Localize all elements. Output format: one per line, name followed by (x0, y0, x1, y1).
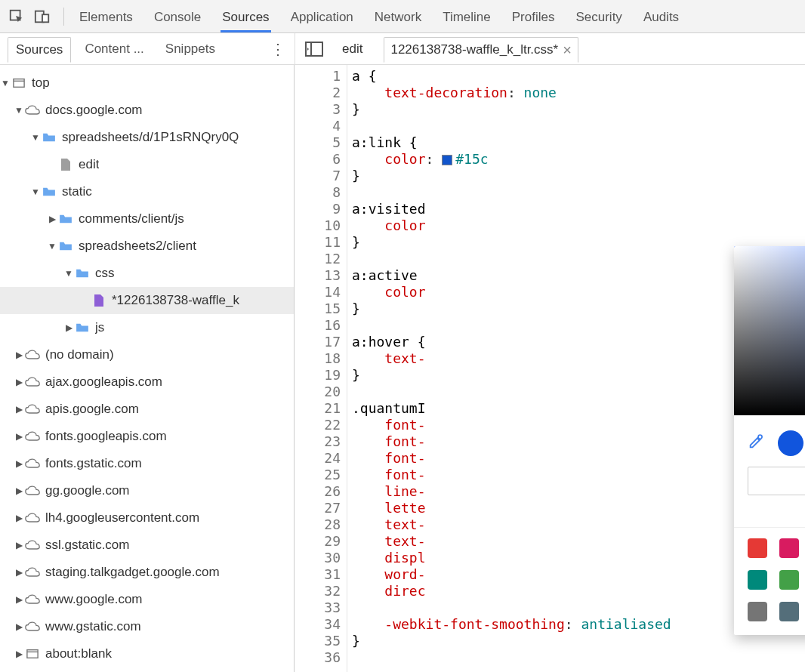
code-line[interactable]: } (352, 633, 805, 649)
tree-row[interactable]: fonts.googleapis.com (0, 423, 294, 450)
tree-row[interactable]: ssl.gstatic.com (0, 532, 294, 559)
tree-row[interactable]: about:blank (0, 640, 294, 667)
chevron-right-icon[interactable] (14, 404, 24, 415)
tree-row[interactable]: static (0, 178, 294, 205)
chevron-right-icon[interactable] (47, 214, 57, 224)
tree-row[interactable]: www.google.com (0, 586, 294, 613)
chevron-down-icon[interactable] (63, 268, 74, 279)
cloud-icon (24, 350, 41, 360)
tree-node-label: *1226138738-waffle_k (112, 293, 239, 308)
tree-row[interactable]: ajax.googleapis.com (0, 368, 294, 396)
code-line[interactable]: a { (352, 68, 805, 85)
tree-row[interactable]: docs.google.com (0, 97, 294, 124)
tree-row[interactable]: *1226138738-waffle_k (0, 287, 294, 314)
navigator-tab-content-[interactable]: Content ... (77, 37, 151, 61)
file-tab-css[interactable]: 1226138738-waffle_k_ltr.css* × (384, 37, 578, 63)
chevron-right-icon[interactable] (14, 621, 24, 632)
devtools-panel-tabs: ElementsConsoleSourcesApplicationNetwork… (78, 2, 680, 31)
chevron-down-icon[interactable] (47, 241, 57, 251)
color-gradient-area[interactable] (734, 246, 805, 415)
inspect-element-icon[interactable] (6, 6, 27, 27)
tree-row[interactable]: gg.google.com (0, 477, 294, 504)
line-number: 13 (295, 267, 341, 284)
chevron-right-icon[interactable] (14, 377, 24, 387)
code-editor[interactable]: 1234567891011121314151617181920212223242… (295, 65, 805, 672)
more-options-icon[interactable]: ⋮ (269, 40, 287, 58)
line-number: 35 (295, 633, 341, 649)
tree-row[interactable]: lh4.googleusercontent.com (0, 504, 294, 532)
file-tab-edit[interactable]: edit (336, 37, 369, 61)
tree-row[interactable]: www.gstatic.com (0, 613, 294, 640)
tree-row[interactable]: apis.google.com (0, 396, 294, 423)
panel-tab-elements[interactable]: Elements (78, 2, 134, 31)
navigator-tab-snippets[interactable]: Snippets (158, 37, 223, 61)
chevron-down-icon[interactable] (30, 132, 41, 143)
tree-node-label: apis.google.com (45, 402, 139, 417)
code-line[interactable]: color: #15c (352, 151, 805, 168)
device-toolbar-icon[interactable] (32, 6, 53, 27)
hex-value-input[interactable] (748, 467, 805, 495)
code-line[interactable]: text-decoration: none (352, 85, 805, 101)
panel-tab-console[interactable]: Console (153, 2, 202, 31)
line-number: 8 (295, 184, 341, 201)
close-icon[interactable]: × (563, 42, 572, 57)
line-number: 25 (295, 467, 341, 483)
palette-swatch[interactable] (748, 570, 767, 590)
tree-row[interactable]: js (0, 314, 294, 341)
palette-swatch[interactable] (779, 602, 799, 621)
chevron-right-icon[interactable] (14, 513, 24, 523)
tree-node-label: www.gstatic.com (45, 619, 141, 634)
panel-tab-network[interactable]: Network (373, 2, 423, 31)
chevron-right-icon[interactable] (14, 431, 24, 442)
panel-tab-timeline[interactable]: Timeline (441, 2, 492, 31)
inline-color-swatch[interactable] (442, 155, 452, 165)
code-line[interactable]: } (352, 101, 805, 118)
tree-node-label: docs.google.com (45, 103, 143, 118)
palette-swatch[interactable] (748, 538, 767, 558)
chevron-right-icon[interactable] (14, 567, 24, 578)
chevron-right-icon[interactable] (14, 486, 24, 496)
tree-node-label: spreadsheets2/client (79, 239, 196, 254)
code-line[interactable] (352, 649, 805, 666)
toggle-navigator-icon[interactable] (304, 41, 324, 57)
tree-row[interactable]: css (0, 260, 294, 287)
tree-row[interactable]: edit (0, 151, 294, 178)
palette-swatch[interactable] (779, 570, 799, 590)
tree-row[interactable]: fonts.gstatic.com (0, 450, 294, 477)
line-number: 27 (295, 500, 341, 516)
palette-swatch[interactable] (779, 538, 799, 558)
panel-tab-sources[interactable]: Sources (221, 2, 270, 31)
chevron-right-icon[interactable] (63, 322, 74, 333)
chevron-down-icon[interactable] (14, 105, 24, 116)
panel-tab-profiles[interactable]: Profiles (510, 2, 557, 31)
chevron-right-icon[interactable] (14, 350, 24, 360)
chevron-right-icon[interactable] (14, 458, 24, 469)
tree-row[interactable]: spreadsheets2/client (0, 233, 294, 260)
chevron-right-icon[interactable] (14, 540, 24, 550)
panel-tab-security[interactable]: Security (574, 2, 623, 31)
panel-tab-application[interactable]: Application (289, 2, 355, 31)
code-line[interactable] (352, 118, 805, 134)
tree-row[interactable]: (no domain) (0, 341, 294, 368)
navigator-tab-sources[interactable]: Sources (8, 37, 71, 63)
code-line[interactable]: color (352, 217, 805, 234)
eyedropper-icon[interactable] (748, 433, 764, 454)
code-line[interactable]: a:link { (352, 134, 805, 151)
line-number: 34 (295, 616, 341, 633)
panel-tab-audits[interactable]: Audits (642, 2, 680, 31)
tree-row[interactable]: top (0, 69, 294, 97)
chevron-right-icon[interactable] (14, 649, 24, 659)
palette-swatch[interactable] (748, 602, 767, 621)
cloud-icon (24, 540, 41, 550)
tree-row[interactable]: comments/client/js (0, 205, 294, 233)
tree-row[interactable]: spreadsheets/d/1P1sRNQry0Q (0, 124, 294, 151)
code-line[interactable] (352, 184, 805, 201)
chevron-down-icon[interactable] (30, 186, 41, 197)
chevron-right-icon[interactable] (14, 594, 24, 605)
tree-row[interactable]: staging.talkgadget.google.com (0, 559, 294, 586)
svg-rect-2 (42, 14, 48, 22)
chevron-down-icon[interactable] (0, 78, 11, 88)
tree-node-label: fonts.googleapis.com (45, 429, 167, 444)
code-line[interactable]: a:visited (352, 201, 805, 217)
code-line[interactable]: } (352, 168, 805, 184)
